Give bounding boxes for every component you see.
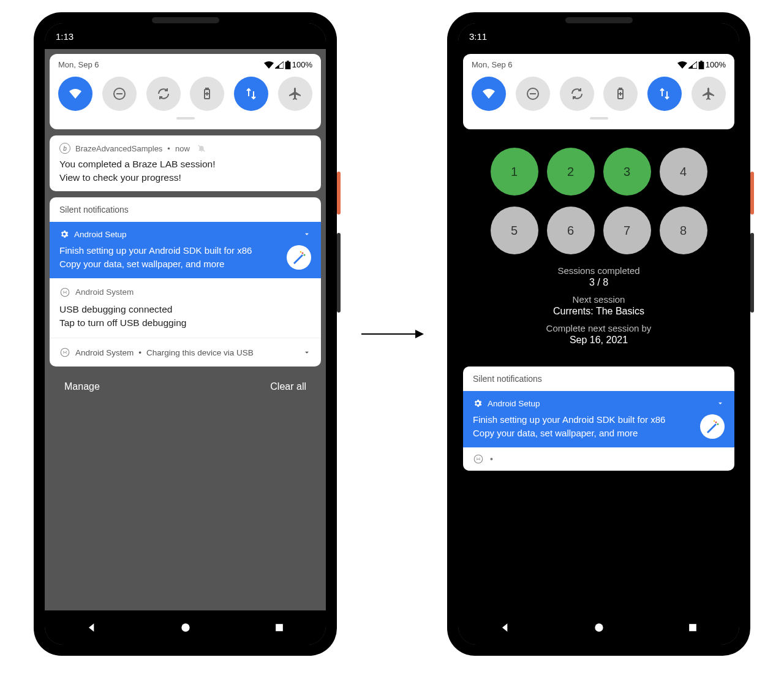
svg-point-32 — [477, 457, 478, 458]
svg-point-33 — [480, 457, 481, 458]
battery-percent: 100% — [292, 60, 312, 69]
complete-by-value: Sep 16, 2021 — [473, 335, 725, 346]
signal-icon — [275, 61, 284, 69]
recent-icon[interactable] — [687, 621, 699, 634]
dot-sep: • — [138, 348, 141, 357]
qs-tile-rotate[interactable] — [560, 77, 594, 111]
battery-icon — [698, 61, 704, 69]
dot-sep: • — [167, 144, 170, 153]
qs-tile-rotate[interactable] — [146, 77, 181, 111]
qs-tile-wifi[interactable] — [472, 77, 506, 111]
charging-text: Charging this device via USB — [146, 348, 254, 357]
charging-heading: Android System — [75, 348, 134, 357]
navigation-bar — [458, 610, 739, 645]
svg-point-18 — [181, 623, 189, 631]
wifi-icon — [264, 61, 274, 69]
android-system-icon — [59, 287, 70, 298]
system-subtitle: Tap to turn off USB debugging — [59, 316, 311, 330]
notif-title: You completed a Braze LAB session! — [59, 158, 311, 171]
next-session-value: Currents: The Basics — [473, 306, 725, 317]
qs-tile-airplane[interactable] — [278, 77, 312, 111]
home-icon[interactable] — [593, 621, 605, 634]
qs-tile-battery-saver[interactable] — [603, 77, 638, 111]
setup-heading: Android Setup — [488, 399, 540, 408]
signal-icon — [688, 61, 697, 69]
svg-rect-25 — [619, 88, 622, 89]
phone-notch — [565, 17, 633, 23]
svg-rect-5 — [206, 88, 208, 89]
session-dot-3: 3 — [603, 148, 651, 196]
setup-line2: Copy your data, set wallpaper, and more — [473, 427, 693, 440]
svg-point-13 — [63, 291, 64, 292]
chevron-down-icon[interactable] — [303, 230, 311, 238]
qs-handle[interactable] — [176, 117, 195, 120]
svg-rect-1 — [287, 61, 289, 62]
quick-settings-panel[interactable]: Mon, Sep 6 100% — [463, 54, 734, 129]
qs-tile-mobile-data[interactable] — [234, 77, 268, 111]
recent-icon[interactable] — [273, 621, 285, 634]
android-system-icon — [59, 347, 70, 358]
qs-tile-wifi[interactable] — [58, 77, 92, 111]
notification-android-setup[interactable]: Android Setup Finish setting up your And… — [463, 391, 734, 447]
qs-tile-dnd[interactable] — [102, 77, 137, 111]
silent-header: Silent notifications — [463, 366, 734, 391]
qs-tile-mobile-data[interactable] — [647, 77, 682, 111]
svg-point-29 — [717, 423, 719, 425]
manage-button[interactable]: Manage — [64, 381, 100, 392]
flow-arrow-icon — [361, 333, 423, 335]
session-dot-2: 2 — [547, 148, 595, 196]
svg-point-9 — [302, 253, 304, 254]
svg-point-14 — [66, 291, 67, 292]
qs-handle[interactable] — [590, 117, 608, 120]
qs-tile-airplane[interactable] — [692, 77, 726, 111]
notification-android-system-usb[interactable]: Android System USB debugging connected T… — [50, 278, 321, 338]
qs-date: Mon, Sep 6 — [58, 60, 99, 69]
app-name: BrazeAdvancedSamples — [75, 144, 162, 153]
phone-left: 1:13 Mon, Sep 6 100% — [34, 12, 337, 656]
svg-rect-0 — [285, 61, 290, 69]
chevron-down-icon[interactable] — [716, 399, 725, 408]
setup-line1: Finish setting up your Android SDK built… — [59, 244, 279, 257]
notification-braze[interactable]: b BrazeAdvancedSamples • now You complet… — [50, 135, 321, 191]
svg-rect-35 — [689, 624, 696, 631]
back-icon[interactable] — [499, 621, 511, 634]
qs-date: Mon, Sep 6 — [472, 60, 513, 69]
notification-braze-expanded[interactable]: 12345678 Sessions completed 3 / 8 Next s… — [463, 135, 734, 360]
svg-point-34 — [595, 623, 603, 631]
system-heading: Android System — [75, 287, 134, 297]
silent-notifications-group: Silent notifications Android Setup — [50, 197, 321, 366]
notification-charging[interactable]: Android System • Charging this device vi… — [50, 338, 321, 366]
chevron-down-icon[interactable] — [303, 348, 311, 357]
android-system-icon — [473, 454, 484, 465]
status-bar: 3:11 — [458, 23, 739, 49]
setup-line1: Finish setting up your Android SDK built… — [473, 413, 693, 427]
complete-by-label: Complete next session by — [473, 323, 725, 333]
qs-tile-dnd[interactable] — [516, 77, 550, 111]
session-dot-5: 5 — [491, 207, 538, 254]
overflow-dot: • — [490, 454, 493, 464]
notification-android-setup[interactable]: Android Setup Finish setting up your And… — [50, 222, 321, 278]
notification-collapsed-extra[interactable]: • — [463, 447, 734, 471]
svg-point-11 — [300, 251, 301, 253]
power-button-accent — [750, 172, 754, 215]
clock-text: 3:11 — [469, 31, 487, 42]
qs-tile-battery-saver[interactable] — [190, 77, 224, 111]
home-icon[interactable] — [179, 621, 192, 634]
navigation-bar — [45, 610, 326, 645]
battery-percent: 100% — [706, 60, 726, 69]
svg-point-30 — [714, 420, 715, 422]
quick-settings-panel[interactable]: Mon, Sep 6 100% — [50, 54, 321, 129]
silent-header: Silent notifications — [50, 197, 321, 222]
session-dot-6: 6 — [547, 207, 595, 254]
notif-subtitle: View to check your progress! — [59, 171, 311, 184]
wifi-icon — [677, 61, 687, 69]
session-dot-1: 1 — [491, 148, 538, 196]
status-icons: 100% — [264, 60, 312, 69]
clock-text: 1:13 — [56, 31, 74, 42]
next-session-label: Next session — [473, 294, 725, 305]
svg-point-10 — [304, 254, 306, 256]
back-icon[interactable] — [86, 621, 98, 634]
clear-all-button[interactable]: Clear all — [270, 381, 306, 392]
phone-right: 3:11 Mon, Sep 6 100% — [447, 12, 750, 656]
session-dot-8: 8 — [660, 207, 707, 254]
